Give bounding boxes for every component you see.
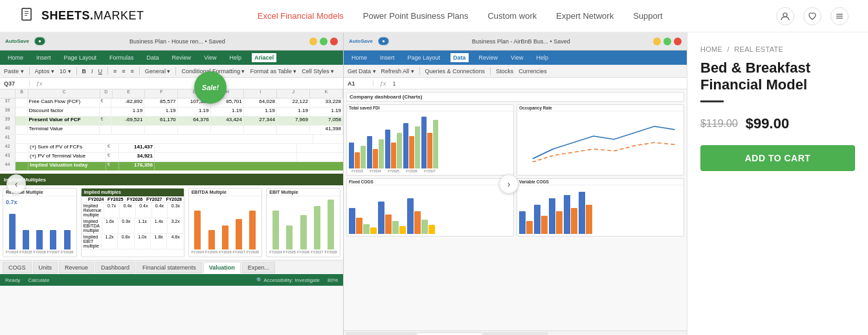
table-row: 37 Free Cash Flow (FCF) € -82,892 85,577… (0, 98, 343, 108)
price-area: $119.00 $99.00 (700, 115, 855, 132)
sheet-tab-cogs[interactable]: COGS (3, 262, 32, 273)
autosave-label: AutoSave (5, 38, 29, 44)
menu-icon[interactable] (830, 7, 849, 25)
svg-rect-3 (25, 15, 27, 16)
variable-cogs-chart: Variable COGS (517, 178, 684, 237)
toolbar-align-center[interactable]: ≡ (122, 68, 125, 75)
chart-title-ebitda: EBITDA Multiple (189, 189, 262, 196)
statusbar-accessibility: 🔍 Accessibility: Investigate (256, 277, 320, 283)
table-row: 38 Discount factor 1.19 1.19 1.19 1.19 1… (0, 108, 343, 117)
statusbar-ready: Ready (5, 277, 20, 283)
sheet-tab-revenue[interactable]: Revenue (59, 262, 94, 273)
user-icon[interactable] (776, 7, 794, 25)
nav-powerpoint-business-plans[interactable]: Power Point Business Plans (363, 11, 469, 21)
toolbar-getdata[interactable]: Get Data ▾ (348, 68, 376, 75)
toolbar-italic[interactable]: I (91, 68, 93, 75)
toolbar-format-table[interactable]: Format as Table ▾ (250, 68, 296, 75)
table-row: 40 Terminal Value 41,398 (0, 126, 343, 135)
toolbar-fontsize[interactable]: 10 ▾ (60, 68, 71, 75)
chart-bars-ebitda: FY2024 FY2025 FY2026 (189, 196, 262, 257)
ribbon-data-1[interactable]: Data (144, 53, 162, 62)
main-nav: Excel Financial Models Power Point Busin… (258, 11, 663, 21)
excel-window-1: AutoSave ● Business Plan - House ren... … (0, 32, 344, 335)
ribbon-home-1[interactable]: Home (5, 53, 26, 62)
toolbar-font[interactable]: Aptos ▾ (35, 68, 55, 75)
ribbon-pagelayout-1[interactable]: Page Layout (61, 53, 100, 62)
sale-badge: Sale! (194, 71, 227, 104)
sheet-tab-dash-charts[interactable]: Dashboard - Charts (417, 332, 483, 336)
maximize-btn-1[interactable] (320, 38, 328, 45)
charts-area: Revenue Multiple 0.7x FY2024 FY20 (0, 185, 343, 260)
chart-bars-revenue: 0.7x FY2024 FY2025 (3, 196, 76, 257)
sheet-tab-dash-chan[interactable]: Dashboard - Chan... (484, 332, 548, 336)
breadcrumb-home[interactable]: HOME (700, 45, 722, 53)
toolbar-currencies[interactable]: Currencies (518, 68, 547, 75)
ribbon-formulas-1[interactable]: Formulas (107, 53, 137, 62)
autosave-toggle[interactable]: ● (34, 37, 45, 45)
toolbar-align-right[interactable]: ≡ (131, 68, 134, 75)
sheet-tab-dash-numbers[interactable]: Dashboard - Numbers (346, 332, 416, 336)
svg-rect-0 (22, 8, 31, 20)
toolbar-paste[interactable]: Paste ▾ (4, 68, 24, 75)
ebitda-multiple-chart: EBITDA Multiple FY2024 FY2025 (188, 188, 263, 257)
toolbar-general[interactable]: General ▾ (145, 68, 171, 75)
ribbon-view-1[interactable]: View (201, 53, 219, 62)
ribbon-data-2[interactable]: Data (451, 53, 469, 62)
sheet-tab-dashboard[interactable]: Dashboard (95, 262, 135, 273)
close-btn-1[interactable] (330, 38, 338, 45)
ribbon-view-2[interactable]: View (508, 53, 526, 62)
statusbar-1: Ready Calculate 🔍 Accessibility: Investi… (0, 274, 343, 286)
minimize-btn-2[interactable] (653, 38, 661, 45)
chart-title-ebit: EBIT Multiple (267, 189, 340, 196)
cell-reference-2[interactable]: A1 (348, 80, 373, 87)
ribbon-review-1[interactable]: Review (170, 53, 194, 62)
toolbar-refreshall[interactable]: Refresh All ▾ (381, 68, 414, 75)
sheet-tab-valuation[interactable]: Valuation (203, 262, 241, 273)
autosave-toggle-2[interactable]: ● (378, 37, 389, 45)
sheet-tab-units[interactable]: Units (33, 262, 58, 273)
sheets-logo-icon (19, 7, 38, 25)
autosave-label-2: AutoSave (349, 38, 373, 44)
ribbon-ariacel-1[interactable]: Ariacel (252, 53, 276, 62)
formula-fx-icon: ƒx (36, 80, 43, 87)
toolbar-bold[interactable]: B (82, 68, 87, 75)
table-row-highlighted: 44 Implied Valuation today € 176,358 (0, 162, 343, 171)
formula-bar-2: A1 ƒx 1 (344, 78, 687, 89)
ribbon-review-2[interactable]: Review (476, 53, 501, 62)
sheet-tab-financial[interactable]: Financial statements (137, 262, 202, 273)
ribbon-help-1[interactable]: Help (227, 53, 244, 62)
minimize-btn-1[interactable] (309, 38, 317, 45)
nav-excel-financial-models[interactable]: Excel Financial Models (258, 11, 344, 21)
statusbar-calculate: Calculate (28, 277, 49, 283)
logo[interactable]: SHEETS.MARKET (19, 7, 144, 25)
spreadsheet-grid-1: B C D E F G H I J K 37 (0, 89, 343, 174)
ribbon-help-2[interactable]: Help (533, 53, 551, 62)
ribbon-home-2[interactable]: Home (349, 53, 370, 62)
toolbar-queries[interactable]: Queries & Connections (425, 68, 485, 75)
wishlist-icon[interactable] (803, 7, 821, 25)
excel-ribbon-2: Home Insert Page Layout Data Review View… (344, 51, 687, 65)
breadcrumb-category: REAL ESTATE (734, 45, 783, 53)
toolbar-align-left[interactable]: ≡ (113, 68, 117, 75)
svg-rect-1 (25, 11, 28, 12)
close-btn-2[interactable] (674, 38, 682, 45)
carousel-next-arrow[interactable]: › (499, 174, 518, 194)
ribbon-pagelayout-2[interactable]: Page Layout (405, 53, 443, 62)
total-fdi-chart: Total saved FDI FY2023 (346, 104, 514, 176)
toolbar-cell-styles[interactable]: Cell Styles ▾ (302, 68, 334, 75)
nav-custom-work[interactable]: Custom work (487, 11, 537, 21)
nav-support[interactable]: Support (633, 11, 663, 21)
add-to-cart-button[interactable]: ADD TO CART (700, 145, 855, 171)
sheet-tab-expenses[interactable]: Expen... (242, 262, 275, 273)
revenue-multiple-chart: Revenue Multiple 0.7x FY2024 FY20 (3, 188, 77, 257)
statusbar-zoom: 80% (328, 277, 338, 283)
cell-reference-1[interactable]: Q37 (4, 80, 30, 87)
toolbar-stocks[interactable]: Stocks (496, 68, 513, 75)
maximize-btn-2[interactable] (663, 38, 671, 45)
nav-expert-network[interactable]: Expert Network (556, 11, 614, 21)
toolbar-underline[interactable]: U (98, 68, 103, 75)
ribbon-insert-2[interactable]: Insert (377, 53, 397, 62)
dashboard-title: Company dashboard (Charts) (346, 92, 684, 102)
ribbon-insert-1[interactable]: Insert (34, 53, 54, 62)
carousel-prev-arrow[interactable]: ‹ (6, 174, 26, 194)
